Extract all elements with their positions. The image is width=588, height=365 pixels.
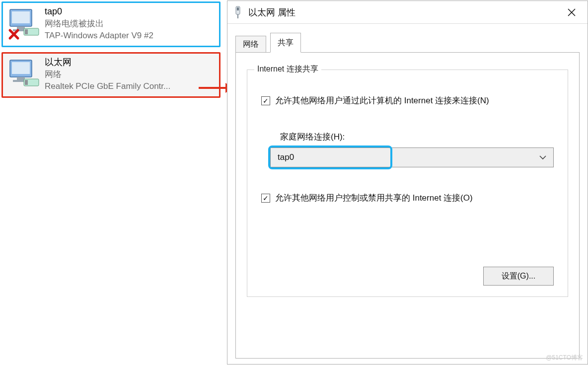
tab-sharing[interactable]: 共享 — [270, 33, 301, 53]
tab-strip: 网络 共享 — [235, 33, 580, 53]
adapter-device-label: TAP-Windows Adapter V9 #2 — [45, 30, 215, 42]
chevron-down-icon — [539, 152, 546, 162]
svg-rect-5 — [25, 29, 28, 34]
adapter-item-ethernet[interactable]: 以太网 网络 Realtek PCIe GbE Family Contr... — [1, 52, 220, 98]
network-adapter-list: tap0 网络电缆被拔出 TAP-Windows Adapter V9 #2 以… — [1, 1, 220, 103]
settings-button-row: 设置(G)... — [483, 267, 554, 286]
ethernet-properties-dialog: 以太网 属性 网络 共享 Internet 连接共享 允许其他网络用户通过此计算… — [227, 0, 588, 365]
svg-rect-17 — [237, 7, 239, 10]
internet-connection-sharing-group: Internet 连接共享 允许其他网络用户通过此计算机的 Internet 连… — [247, 70, 568, 297]
adapter-status-label: 网络电缆被拔出 — [45, 18, 215, 30]
allow-control-checkbox[interactable] — [261, 194, 270, 203]
allow-share-label: 允许其他网络用户通过此计算机的 Internet 连接来连接(N) — [275, 95, 489, 106]
dialog-titlebar: 以太网 属性 — [227, 1, 588, 24]
close-icon — [568, 8, 576, 16]
allow-control-row: 允许其他网络用户控制或禁用共享的 Internet 连接(O) — [261, 192, 554, 204]
allow-share-row: 允许其他网络用户通过此计算机的 Internet 连接来连接(N) — [261, 95, 554, 106]
adapter-item-tap0[interactable]: tap0 网络电缆被拔出 TAP-Windows Adapter V9 #2 — [1, 1, 220, 47]
allow-control-label: 允许其他网络用户控制或禁用共享的 Internet 连接(O) — [275, 192, 473, 204]
svg-rect-1 — [12, 11, 30, 23]
tab-panel-sharing: Internet 连接共享 允许其他网络用户通过此计算机的 Internet 连… — [235, 52, 580, 359]
adapter-device-label: Realtek PCIe GbE Family Contr... — [45, 80, 215, 92]
home-network-label: 家庭网络连接(H): — [280, 131, 554, 143]
adapter-name-label: tap0 — [45, 5, 215, 18]
allow-share-checkbox[interactable] — [261, 96, 270, 105]
dialog-body: 网络 共享 Internet 连接共享 允许其他网络用户通过此计算机的 Inte… — [227, 24, 588, 364]
group-legend: Internet 连接共享 — [254, 64, 321, 74]
tab-network[interactable]: 网络 — [235, 36, 266, 53]
svg-rect-13 — [25, 80, 28, 85]
home-network-dropdown-wrap: tap0 — [270, 147, 554, 167]
network-adapter-icon — [7, 56, 42, 91]
network-adapter-icon — [7, 5, 42, 40]
nic-icon — [232, 5, 243, 19]
adapter-texts: 以太网 网络 Realtek PCIe GbE Family Contr... — [45, 56, 215, 92]
home-network-selected-value: tap0 — [278, 152, 294, 162]
svg-rect-9 — [12, 62, 30, 74]
close-button[interactable] — [559, 3, 585, 22]
adapter-texts: tap0 网络电缆被拔出 TAP-Windows Adapter V9 #2 — [45, 5, 215, 42]
settings-button[interactable]: 设置(G)... — [483, 267, 554, 286]
adapter-name-label: 以太网 — [45, 56, 215, 69]
home-network-dropdown[interactable]: tap0 — [270, 147, 554, 167]
adapter-status-label: 网络 — [45, 69, 215, 80]
dialog-title: 以太网 属性 — [248, 6, 559, 18]
